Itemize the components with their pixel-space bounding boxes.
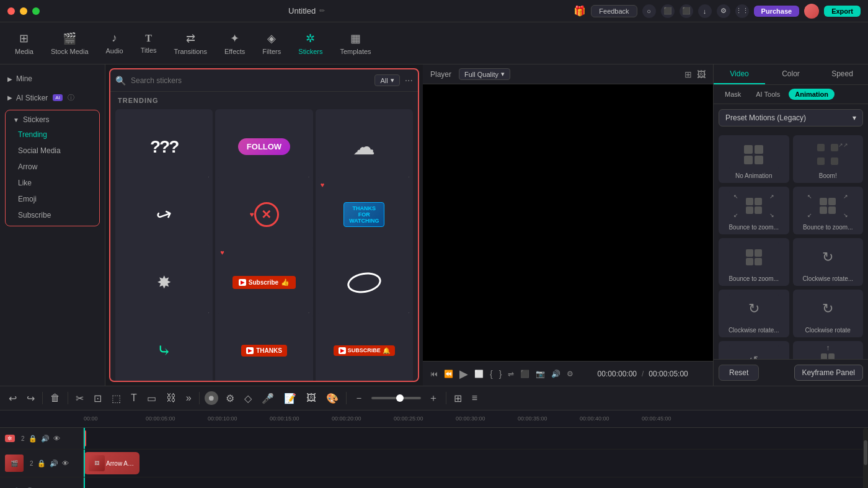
sticker-subscribe-yt[interactable]: ♥ ▶ Subscribe 👍 ↓ <box>215 245 312 320</box>
text-button[interactable]: T <box>128 390 140 406</box>
tool-audio[interactable]: ♪ Audio <box>97 28 132 58</box>
video2-clip[interactable]: 🖼 Arrow Ann... <box>84 452 140 474</box>
mine-header[interactable]: ▶ Mine <box>7 72 97 86</box>
skip-back-icon[interactable]: ⏮ <box>430 370 438 378</box>
settings-icon[interactable]: ⚙ <box>717 4 730 18</box>
anim-counter-clockwise[interactable]: ↺ Counter clockwi... <box>719 341 789 359</box>
subtab-mask[interactable]: Mask <box>719 89 747 100</box>
tool-stickers[interactable]: ✲ Stickers <box>290 28 331 59</box>
reset-button[interactable]: Reset <box>719 365 759 381</box>
tab-speed[interactable]: Speed <box>817 64 868 84</box>
tool-transitions[interactable]: ⇄ Transitions <box>166 28 216 59</box>
zoom-out-button[interactable]: － <box>352 389 366 407</box>
sticker-x-circle[interactable]: ♥ ✕ ↓ <box>215 177 312 252</box>
sticker-curved-arrow[interactable]: ↩ ↓ <box>115 177 213 252</box>
color-track-button[interactable]: 🎨 <box>324 390 341 407</box>
media-track-button[interactable]: 🖼 <box>304 390 319 406</box>
search-filter-dropdown[interactable]: All ▾ <box>374 74 399 86</box>
zoom-in-button[interactable]: ＋ <box>426 389 441 407</box>
tool-titles[interactable]: T Titles <box>132 29 166 58</box>
anim-boom[interactable]: ↗↗ Boom! <box>793 135 864 183</box>
timeline-scrollbar[interactable] <box>863 428 868 488</box>
anim-no-animation[interactable]: No Animation <box>719 135 789 183</box>
undo-button[interactable]: ↩ <box>6 390 19 407</box>
category-social-media[interactable]: Social Media <box>6 143 99 159</box>
category-subscribe[interactable]: Subscribe <box>6 207 99 223</box>
track-sticker-lock-icon[interactable]: 🔒 <box>29 435 37 443</box>
mark-in-icon[interactable]: { <box>490 369 493 379</box>
sticker-thanks2[interactable]: ▶ THANKS <box>215 313 312 381</box>
zoom-slider[interactable] <box>371 397 421 399</box>
purchase-button[interactable]: Purchase <box>754 6 800 17</box>
sticker-cloud[interactable]: ☁ ↓ <box>316 109 413 184</box>
frame-button[interactable]: ▭ <box>144 390 159 407</box>
sticker-arrow-curve[interactable]: ⤷ <box>115 313 213 381</box>
track-video2-lock[interactable]: 🔒 <box>37 459 46 468</box>
anim-bounce-zoom2[interactable]: ↖ ↗ ↙ ↘ Bounce to zoom... <box>793 187 864 234</box>
feedback-button[interactable]: Feedback <box>591 5 637 17</box>
cloud-icon[interactable]: ⬛ <box>680 4 693 18</box>
track-sticker-audio-icon[interactable]: 🔊 <box>41 435 50 443</box>
redo-button[interactable]: ↪ <box>24 390 37 407</box>
download-icon[interactable]: ↓ <box>698 4 712 18</box>
volume-icon[interactable]: 🔊 <box>551 370 560 378</box>
sticker-thanks-watching[interactable]: ♥ THANKSFORWATCHING ↓ <box>316 177 413 252</box>
export-button[interactable]: Export <box>824 6 861 17</box>
track-video2-eye[interactable]: 👁 <box>62 459 69 467</box>
tool-effects[interactable]: ✦ Effects <box>216 28 254 59</box>
tool-filters[interactable]: ◈ Filters <box>254 28 290 59</box>
layout-button[interactable]: ⊞ <box>451 390 464 407</box>
keyframe-button[interactable]: ◇ <box>242 390 254 407</box>
category-arrow[interactable]: Arrow <box>6 159 99 175</box>
collapse-panel-button[interactable]: ‹ <box>109 213 110 237</box>
anim-clockwise2[interactable]: ↻ Clockwise rotate... <box>719 290 789 337</box>
stop-icon[interactable]: ⬜ <box>474 370 484 378</box>
cut-button[interactable]: ✂ <box>73 390 86 407</box>
user-avatar[interactable] <box>804 4 819 19</box>
audio-record-button[interactable]: 🎤 <box>259 390 277 407</box>
sticker-clip[interactable] <box>84 430 86 446</box>
subtab-animation[interactable]: Animation <box>789 89 835 100</box>
snapshot-icon[interactable]: 📷 <box>536 370 545 378</box>
circle-icon[interactable]: ○ <box>642 4 656 18</box>
anim-bounce-zoom3[interactable]: Bounce to zoom... <box>719 238 789 286</box>
tool-stock-media[interactable]: 🎬 Stock Media <box>42 28 97 59</box>
gift-icon[interactable]: 🎁 <box>574 5 586 17</box>
search-input[interactable] <box>131 76 370 85</box>
loop-icon[interactable]: ⇌ <box>508 370 514 378</box>
keyframe-panel-button[interactable]: Keyframe Panel <box>794 365 863 381</box>
tab-color[interactable]: Color <box>765 64 817 84</box>
maximize-button[interactable] <box>32 7 40 15</box>
mark-out-icon[interactable]: } <box>499 369 502 379</box>
anim-clockwise1[interactable]: ↻ Clockwise rotate... <box>793 238 864 286</box>
quality-select[interactable]: Full Quality ▾ <box>459 68 510 80</box>
play-back-icon[interactable]: ⏪ <box>444 370 453 378</box>
category-trending[interactable]: Trending <box>6 126 99 143</box>
delete-button[interactable]: 🗑 <box>48 390 63 406</box>
more-tools-button[interactable]: » <box>184 390 194 406</box>
record-button[interactable]: ⏺ <box>205 391 218 405</box>
sticker-question-marks[interactable]: ??? ↓ <box>115 109 213 184</box>
sticker-oval[interactable]: ↓ <box>316 245 413 320</box>
apps-icon[interactable]: ⋮⋮ <box>735 4 749 18</box>
transform-button[interactable]: ⬚ <box>109 390 123 407</box>
grid-view-icon[interactable]: ⊞ <box>684 69 692 79</box>
image-icon[interactable]: 🖼 <box>697 69 706 79</box>
title-track-button[interactable]: 📝 <box>281 390 299 407</box>
tool-media[interactable]: ⊞ Media <box>6 28 42 59</box>
more-options-icon[interactable]: ··· <box>405 75 413 86</box>
track-video2-audio[interactable]: 🔊 <box>50 459 58 468</box>
subtab-ai-tools[interactable]: AI Tools <box>750 89 786 100</box>
link-button[interactable]: ⛓ <box>164 390 179 406</box>
sticker-follow[interactable]: FOLLOW ↓ <box>215 109 312 184</box>
close-button[interactable] <box>7 7 15 15</box>
anim-down-up1[interactable]: ↑ ↓ Down Up 1 <box>793 341 864 359</box>
minimize-button[interactable] <box>20 7 27 15</box>
track-sticker-eye-icon[interactable]: 👁 <box>53 435 60 442</box>
sticker-subscribe2[interactable]: ▶ SUBSCRIBE 🔔 <box>316 313 413 381</box>
sticker-sparkle[interactable]: ✸ ↓ <box>115 245 213 320</box>
stickers-header[interactable]: ▼ Stickers <box>6 113 99 126</box>
snap-button[interactable]: ⚙ <box>223 390 237 407</box>
monitor-icon2[interactable]: ⬛ <box>520 370 529 378</box>
preset-motions-dropdown[interactable]: Preset Motions (Legacy) ▾ <box>719 109 863 126</box>
